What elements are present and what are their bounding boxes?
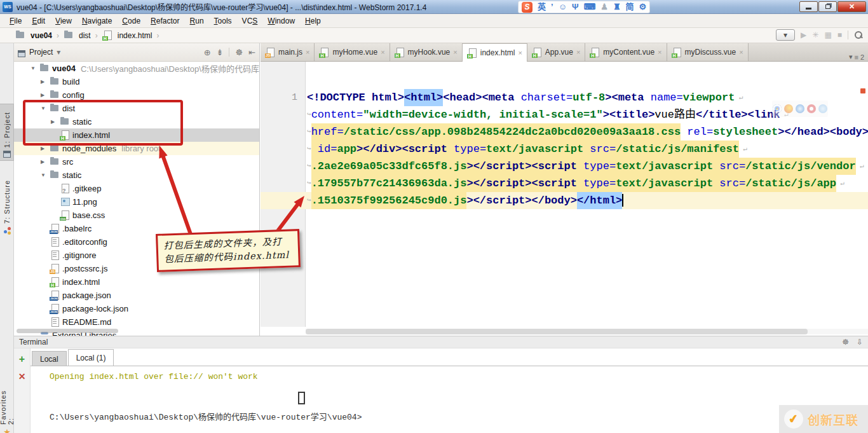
tree-item-base-css[interactable]: base.css: [14, 209, 259, 222]
sogou-logo-icon[interactable]: S: [522, 2, 532, 13]
menu-navigate[interactable]: Navigate: [78, 15, 116, 27]
tab-index-html[interactable]: index.html×: [463, 43, 527, 62]
locate-file-icon[interactable]: ⊕: [204, 48, 211, 57]
tab-close-icon[interactable]: ×: [576, 48, 580, 56]
editor-hscrollbar[interactable]: [306, 329, 868, 334]
tree-item-readme-md[interactable]: README.md: [14, 315, 259, 329]
menu-code[interactable]: Code: [118, 15, 145, 27]
tree-item-package-lock-json[interactable]: package-lock.json: [14, 302, 259, 315]
tab-close-icon[interactable]: ×: [518, 49, 522, 57]
tree-item-index-html[interactable]: index.html: [14, 128, 259, 142]
ime-emoji-icon[interactable]: ☺: [559, 1, 567, 13]
expand-closed-icon[interactable]: ▶: [41, 79, 50, 85]
crumb-vue04[interactable]: vue04: [15, 31, 52, 40]
menu-window[interactable]: Window: [263, 15, 299, 27]
expand-closed-icon[interactable]: ▶: [41, 146, 50, 151]
expand-closed-icon[interactable]: ▶: [51, 119, 60, 125]
tree-item-package-json[interactable]: package.json: [14, 289, 259, 302]
restore-button[interactable]: [818, 1, 837, 12]
tab-main-js[interactable]: main.js×: [261, 43, 315, 61]
chrome-icon[interactable]: [773, 104, 782, 113]
tree-item-dist[interactable]: ▼dist: [14, 102, 259, 115]
terminal-tab-local-1[interactable]: Local (1): [68, 349, 114, 366]
profile-icon[interactable]: ▦: [824, 31, 831, 39]
ime-wrench-icon[interactable]: ⚙: [639, 1, 647, 13]
coverage-icon[interactable]: ✳: [812, 31, 818, 39]
expand-closed-icon[interactable]: ▶: [41, 92, 50, 98]
tab-myhome-vue[interactable]: myHome.vue×: [315, 43, 390, 61]
tab-close-icon[interactable]: ×: [658, 48, 661, 56]
project-panel-title[interactable]: Project: [29, 48, 53, 57]
toolwindow-tab-project[interactable]: 1: Project: [0, 104, 14, 161]
menu-view[interactable]: View: [51, 15, 76, 27]
code-line[interactable]: ↪.1510375f99256245c9d0.js></script></bod…: [307, 192, 623, 209]
tab-close-icon[interactable]: ×: [306, 48, 309, 56]
menu-file[interactable]: File: [5, 15, 26, 27]
tree-item-11-png[interactable]: 11.png: [14, 195, 259, 209]
tree-item-src[interactable]: ▶src: [14, 155, 259, 168]
hidden-tabs-dropdown[interactable]: ▾≡2: [849, 53, 868, 61]
gear-icon[interactable]: ☸: [842, 338, 849, 347]
code-line[interactable]: ↪href=/static/css/app.098b24854224dc2a0b…: [307, 123, 868, 141]
code-line[interactable]: ↪.179557b77c21436963da.js></script><scri…: [307, 175, 844, 192]
ime-mic-icon[interactable]: Ψ: [572, 1, 579, 13]
minimize-button[interactable]: [799, 1, 818, 12]
safari-icon[interactable]: [796, 104, 804, 113]
ime-keyboard-icon[interactable]: ⌨: [583, 1, 595, 13]
expand-closed-icon[interactable]: ▶: [41, 159, 50, 165]
edge-icon[interactable]: [818, 104, 827, 113]
tree-item-gitkeep[interactable]: .gitkeep: [14, 182, 259, 195]
tree-item-node-modules[interactable]: ▶node_moduleslibrary root: [14, 142, 259, 155]
ime-skin-icon[interactable]: ♜: [613, 1, 621, 13]
firefox-icon[interactable]: [784, 104, 793, 113]
tree-item-config[interactable]: ▶config: [14, 88, 259, 102]
ime-simplified-indicator[interactable]: 简: [626, 1, 634, 13]
ime-lang-indicator[interactable]: 英: [538, 1, 546, 13]
menu-help[interactable]: Help: [301, 15, 325, 27]
code-line[interactable]: ↪.2ae2e69a05c33dfc65f8.js></script><scri…: [307, 158, 864, 175]
crumb-index-html[interactable]: index.html: [102, 31, 153, 40]
ime-punctuation-icon[interactable]: ’: [551, 1, 553, 13]
tab-close-icon[interactable]: ×: [381, 48, 384, 56]
toolwindow-tab-structure[interactable]: 7: Structure: [0, 168, 14, 237]
hide-panel-icon[interactable]: ⇤: [248, 48, 255, 57]
run-icon[interactable]: ▶: [801, 31, 806, 39]
editor[interactable]: 1 <!DOCTYPE html><html><head><meta chars…: [261, 62, 868, 336]
menu-edit[interactable]: Edit: [27, 15, 50, 27]
run-config-dropdown[interactable]: ▾: [776, 29, 795, 41]
hide-terminal-icon[interactable]: ⇩: [857, 338, 863, 347]
tree-item-build[interactable]: ▶build: [14, 75, 259, 88]
opera-icon[interactable]: [807, 104, 816, 113]
tree-item-static[interactable]: ▶static: [14, 115, 259, 128]
tab-close-icon[interactable]: ×: [739, 48, 743, 56]
terminal-tab-local[interactable]: Local: [32, 351, 67, 366]
collapse-all-icon[interactable]: ⇟: [217, 48, 224, 57]
code-line[interactable]: ↪ id=app></div><script type=text/javascr…: [307, 141, 747, 158]
expand-open-icon[interactable]: ▼: [41, 172, 50, 178]
tab-close-icon[interactable]: ×: [453, 48, 457, 56]
search-icon[interactable]: [854, 31, 863, 39]
tab-app-vue[interactable]: App.vue×: [527, 43, 585, 61]
tree-item-index-html[interactable]: index.html: [14, 275, 259, 289]
tab-myhook-vue[interactable]: myHook.vue×: [390, 43, 463, 61]
expand-open-icon[interactable]: ▼: [31, 65, 39, 71]
close-button[interactable]: ✕: [837, 1, 866, 12]
ime-toolbar[interactable]: S 英’☺Ψ⌨♟♜简⚙: [518, 1, 650, 13]
tab-mydiscuss-vue[interactable]: myDiscuss.vue×: [667, 43, 749, 61]
gear-icon[interactable]: ☸: [235, 48, 243, 57]
menu-vcs[interactable]: VCS: [238, 15, 262, 27]
menu-run[interactable]: Run: [186, 15, 208, 27]
project-view-dropdown-icon[interactable]: ▾: [57, 48, 60, 57]
close-session-button[interactable]: ✕: [14, 371, 30, 381]
code-line[interactable]: ↪content="width=device-width, initial-sc…: [307, 106, 789, 123]
tree-item-vue04[interactable]: ▼vue04C:\Users\yangbaoshuai\Desktop\杨保帅的…: [14, 62, 259, 75]
toolwindow-tab-favorites[interactable]: 2: Favorites ★: [0, 382, 14, 433]
stop-icon[interactable]: ■: [837, 31, 842, 39]
menu-tools[interactable]: Tools: [210, 15, 236, 27]
expand-open-icon[interactable]: ▼: [41, 106, 50, 111]
title-bar[interactable]: WS vue04 - [C:\Users\yangbaoshuai\Deskto…: [0, 0, 868, 14]
crumb-dist[interactable]: dist: [64, 31, 91, 40]
terminal-output[interactable]: Opening index.html over file:// won't wo…: [31, 366, 868, 433]
tree-item-static[interactable]: ▼static: [14, 168, 259, 182]
menu-refactor[interactable]: Refactor: [146, 15, 184, 27]
